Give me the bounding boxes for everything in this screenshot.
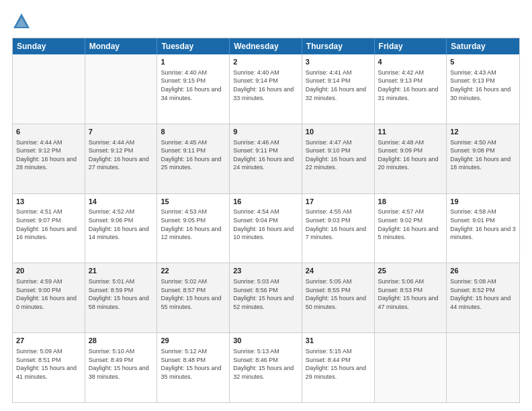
day-number: 24: [306, 266, 371, 276]
calendar-cell: 26Sunrise: 5:08 AM Sunset: 8:52 PM Dayli…: [447, 263, 519, 332]
calendar-cell: [447, 333, 519, 402]
day-number: 17: [306, 197, 371, 207]
calendar-cell: 30Sunrise: 5:13 AM Sunset: 8:46 PM Dayli…: [230, 333, 302, 402]
calendar-cell: 25Sunrise: 5:06 AM Sunset: 8:53 PM Dayli…: [375, 263, 447, 332]
calendar-cell: 20Sunrise: 4:59 AM Sunset: 9:00 PM Dayli…: [13, 263, 85, 332]
day-detail: Sunrise: 5:02 AM Sunset: 8:57 PM Dayligh…: [161, 277, 226, 311]
day-detail: Sunrise: 5:15 AM Sunset: 8:44 PM Dayligh…: [306, 347, 371, 381]
day-number: 10: [306, 127, 371, 137]
day-detail: Sunrise: 4:53 AM Sunset: 9:05 PM Dayligh…: [161, 208, 226, 241]
calendar-header: SundayMondayTuesdayWednesdayThursdayFrid…: [13, 38, 519, 54]
calendar-cell: 29Sunrise: 5:12 AM Sunset: 8:48 PM Dayli…: [157, 333, 230, 402]
day-detail: Sunrise: 4:46 AM Sunset: 9:11 PM Dayligh…: [233, 138, 298, 172]
calendar-cell: 14Sunrise: 4:52 AM Sunset: 9:06 PM Dayli…: [85, 194, 158, 263]
calendar-week-row: 27Sunrise: 5:09 AM Sunset: 8:51 PM Dayli…: [13, 332, 519, 402]
day-detail: Sunrise: 4:47 AM Sunset: 9:10 PM Dayligh…: [306, 138, 371, 172]
day-detail: Sunrise: 4:57 AM Sunset: 9:02 PM Dayligh…: [378, 208, 443, 241]
calendar-cell: 5Sunrise: 4:43 AM Sunset: 9:13 PM Daylig…: [447, 54, 519, 124]
day-number: 3: [306, 57, 371, 67]
calendar-cell: 31Sunrise: 5:15 AM Sunset: 8:44 PM Dayli…: [302, 333, 375, 402]
day-detail: Sunrise: 5:06 AM Sunset: 8:53 PM Dayligh…: [378, 277, 443, 311]
calendar-cell: 21Sunrise: 5:01 AM Sunset: 8:59 PM Dayli…: [85, 263, 158, 332]
day-number: 19: [450, 197, 516, 207]
day-number: 4: [378, 57, 443, 67]
calendar-header-day: Tuesday: [157, 38, 230, 54]
calendar-cell: 12Sunrise: 4:50 AM Sunset: 9:08 PM Dayli…: [447, 124, 519, 193]
calendar-cell: 4Sunrise: 4:42 AM Sunset: 9:13 PM Daylig…: [375, 54, 447, 124]
day-number: 22: [161, 266, 226, 276]
page: SundayMondayTuesdayWednesdayThursdayFrid…: [0, 0, 532, 411]
day-detail: Sunrise: 5:13 AM Sunset: 8:46 PM Dayligh…: [233, 347, 298, 381]
calendar-header-day: Saturday: [447, 38, 519, 54]
day-detail: Sunrise: 4:41 AM Sunset: 9:14 PM Dayligh…: [306, 68, 371, 102]
calendar-header-day: Thursday: [302, 38, 375, 54]
day-number: 23: [233, 266, 298, 276]
day-number: 30: [233, 336, 298, 346]
day-detail: Sunrise: 4:59 AM Sunset: 9:00 PM Dayligh…: [16, 277, 81, 311]
day-detail: Sunrise: 5:12 AM Sunset: 8:48 PM Dayligh…: [161, 347, 226, 381]
day-detail: Sunrise: 5:03 AM Sunset: 8:56 PM Dayligh…: [233, 277, 298, 311]
day-number: 8: [161, 127, 226, 137]
calendar-week-row: 6Sunrise: 4:44 AM Sunset: 9:12 PM Daylig…: [13, 124, 519, 193]
day-detail: Sunrise: 4:42 AM Sunset: 9:13 PM Dayligh…: [378, 68, 443, 102]
calendar-week-row: 1Sunrise: 4:40 AM Sunset: 9:15 PM Daylig…: [13, 54, 519, 124]
day-detail: Sunrise: 5:08 AM Sunset: 8:52 PM Dayligh…: [450, 277, 516, 311]
calendar-header-day: Monday: [85, 38, 158, 54]
day-detail: Sunrise: 4:43 AM Sunset: 9:13 PM Dayligh…: [450, 68, 516, 102]
day-number: 21: [89, 266, 154, 276]
calendar-cell: 11Sunrise: 4:48 AM Sunset: 9:09 PM Dayli…: [375, 124, 447, 193]
calendar-cell: 1Sunrise: 4:40 AM Sunset: 9:15 PM Daylig…: [157, 54, 230, 124]
day-detail: Sunrise: 4:51 AM Sunset: 9:07 PM Dayligh…: [16, 208, 81, 241]
calendar-cell: 17Sunrise: 4:55 AM Sunset: 9:03 PM Dayli…: [302, 194, 375, 263]
day-detail: Sunrise: 4:58 AM Sunset: 9:01 PM Dayligh…: [450, 208, 516, 241]
day-number: 28: [89, 336, 154, 346]
calendar-cell: 28Sunrise: 5:10 AM Sunset: 8:49 PM Dayli…: [85, 333, 158, 402]
logo-icon: [12, 12, 31, 31]
day-number: 6: [16, 127, 81, 137]
calendar-week-row: 20Sunrise: 4:59 AM Sunset: 9:00 PM Dayli…: [13, 263, 519, 332]
day-detail: Sunrise: 4:40 AM Sunset: 9:15 PM Dayligh…: [161, 68, 226, 102]
calendar-cell: 3Sunrise: 4:41 AM Sunset: 9:14 PM Daylig…: [302, 54, 375, 124]
day-detail: Sunrise: 4:44 AM Sunset: 9:12 PM Dayligh…: [16, 138, 81, 172]
calendar-cell: 16Sunrise: 4:54 AM Sunset: 9:04 PM Dayli…: [230, 194, 302, 263]
calendar: SundayMondayTuesdayWednesdayThursdayFrid…: [12, 38, 520, 403]
day-detail: Sunrise: 4:52 AM Sunset: 9:06 PM Dayligh…: [89, 208, 154, 241]
calendar-cell: 27Sunrise: 5:09 AM Sunset: 8:51 PM Dayli…: [13, 333, 85, 402]
day-detail: Sunrise: 4:44 AM Sunset: 9:12 PM Dayligh…: [89, 138, 154, 172]
calendar-cell: 6Sunrise: 4:44 AM Sunset: 9:12 PM Daylig…: [13, 124, 85, 193]
calendar-cell: 15Sunrise: 4:53 AM Sunset: 9:05 PM Dayli…: [157, 194, 230, 263]
day-detail: Sunrise: 5:10 AM Sunset: 8:49 PM Dayligh…: [89, 347, 154, 381]
day-number: 5: [450, 57, 516, 67]
calendar-body: 1Sunrise: 4:40 AM Sunset: 9:15 PM Daylig…: [13, 54, 519, 402]
day-detail: Sunrise: 4:50 AM Sunset: 9:08 PM Dayligh…: [450, 138, 516, 172]
day-number: 2: [233, 57, 298, 67]
day-number: 11: [378, 127, 443, 137]
day-detail: Sunrise: 4:55 AM Sunset: 9:03 PM Dayligh…: [306, 208, 371, 241]
day-number: 12: [450, 127, 516, 137]
calendar-cell: 18Sunrise: 4:57 AM Sunset: 9:02 PM Dayli…: [375, 194, 447, 263]
calendar-cell: [85, 54, 158, 124]
calendar-cell: [375, 333, 447, 402]
calendar-cell: 19Sunrise: 4:58 AM Sunset: 9:01 PM Dayli…: [447, 194, 519, 263]
day-number: 20: [16, 266, 81, 276]
calendar-header-day: Wednesday: [230, 38, 302, 54]
day-detail: Sunrise: 4:48 AM Sunset: 9:09 PM Dayligh…: [378, 138, 443, 172]
day-number: 14: [89, 197, 154, 207]
day-number: 16: [233, 197, 298, 207]
day-detail: Sunrise: 4:45 AM Sunset: 9:11 PM Dayligh…: [161, 138, 226, 172]
day-number: 9: [233, 127, 298, 137]
day-detail: Sunrise: 4:54 AM Sunset: 9:04 PM Dayligh…: [233, 208, 298, 241]
day-number: 25: [378, 266, 443, 276]
day-detail: Sunrise: 4:40 AM Sunset: 9:14 PM Dayligh…: [233, 68, 298, 102]
day-detail: Sunrise: 5:05 AM Sunset: 8:55 PM Dayligh…: [306, 277, 371, 311]
calendar-cell: 23Sunrise: 5:03 AM Sunset: 8:56 PM Dayli…: [230, 263, 302, 332]
calendar-header-day: Sunday: [13, 38, 85, 54]
calendar-cell: 13Sunrise: 4:51 AM Sunset: 9:07 PM Dayli…: [13, 194, 85, 263]
calendar-week-row: 13Sunrise: 4:51 AM Sunset: 9:07 PM Dayli…: [13, 193, 519, 263]
day-number: 1: [161, 57, 226, 67]
day-number: 31: [306, 336, 371, 346]
day-number: 15: [161, 197, 226, 207]
calendar-cell: 2Sunrise: 4:40 AM Sunset: 9:14 PM Daylig…: [230, 54, 302, 124]
day-number: 27: [16, 336, 81, 346]
day-detail: Sunrise: 5:01 AM Sunset: 8:59 PM Dayligh…: [89, 277, 154, 311]
